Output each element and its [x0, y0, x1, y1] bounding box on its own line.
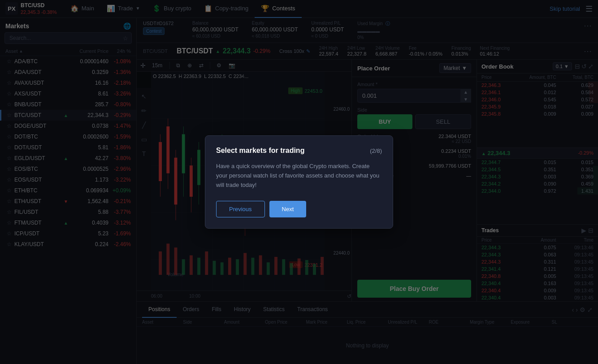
next-button[interactable]: Next [269, 201, 307, 217]
modal-overlay[interactable]: Select markets for trading (2/8) Have a … [0, 0, 598, 364]
modal-step: (2/8) [370, 147, 382, 154]
previous-button[interactable]: Previous [216, 201, 265, 217]
tutorial-modal: Select markets for trading (2/8) Have a … [205, 135, 393, 228]
modal-title: Select markets for trading [216, 147, 304, 155]
modal-body: Have a quick overview of the global Cryp… [216, 162, 382, 190]
modal-header: Select markets for trading (2/8) [216, 147, 382, 155]
modal-footer: Previous Next [216, 201, 382, 217]
